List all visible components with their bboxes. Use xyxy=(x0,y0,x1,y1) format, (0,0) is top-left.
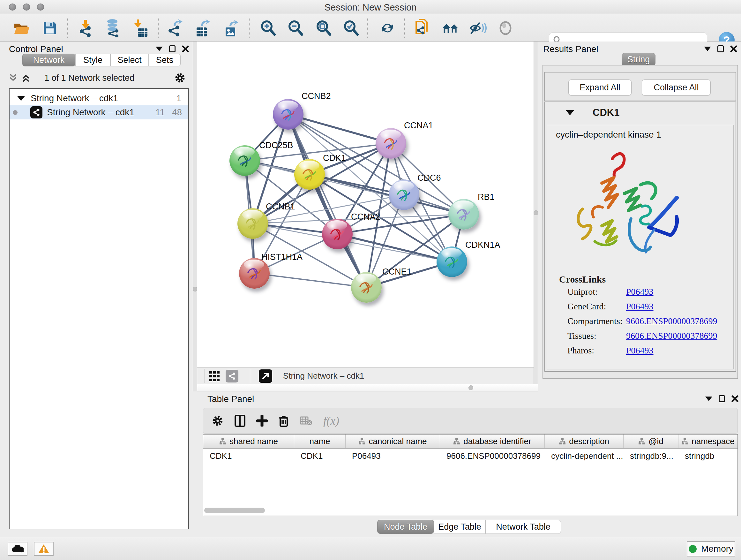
network-node-ccnb1[interactable] xyxy=(238,208,268,239)
table-cell[interactable]: cyclin-dependent ... xyxy=(545,449,623,462)
left-pane-splitter[interactable] xyxy=(193,42,197,391)
tab-select[interactable]: Select xyxy=(111,54,149,66)
network-selection-status: 1 of 1 Network selected xyxy=(4,73,174,83)
crosslink-link[interactable]: P06493 xyxy=(626,287,654,297)
import-network-from-database-button[interactable] xyxy=(105,20,122,37)
table-cell[interactable]: stringdb:9... xyxy=(623,449,678,462)
panel-collapse-icon[interactable] xyxy=(705,396,712,401)
table-row[interactable]: CDK1CDK1P064939606.ENSP00000378699cyclin… xyxy=(203,449,738,462)
export-network-button[interactable] xyxy=(167,20,185,37)
table-cell[interactable]: CDK1 xyxy=(294,449,346,462)
table-cell[interactable]: CDK1 xyxy=(203,449,294,462)
add-row-icon[interactable] xyxy=(256,415,268,427)
tab-edge-table[interactable]: Edge Table xyxy=(434,520,485,534)
section-collapse-icon[interactable] xyxy=(566,110,574,115)
panel-float-icon[interactable] xyxy=(169,45,176,52)
home-button[interactable] xyxy=(442,20,460,37)
splitter-handle[interactable] xyxy=(534,210,538,215)
refresh-icon xyxy=(379,20,396,37)
zoom-out-button[interactable] xyxy=(286,20,305,37)
panel-close-icon[interactable] xyxy=(731,395,738,402)
expand-all-button[interactable]: Expand All xyxy=(568,79,631,96)
delete-icon[interactable] xyxy=(279,415,289,427)
tab-network-table[interactable]: Network Table xyxy=(485,520,561,534)
column-header-database-identifier[interactable]: database identifier xyxy=(440,435,545,448)
export-table-button[interactable] xyxy=(194,20,212,37)
network-tree: String Network – cdk1 1 String Network –… xyxy=(9,88,189,530)
splitter-handle[interactable] xyxy=(193,287,198,292)
column-header-name[interactable]: name xyxy=(294,435,346,448)
column-header--id[interactable]: @id xyxy=(623,435,678,448)
network-canvas[interactable]: CCNB2CCNA1CDC25BCDK1CDC6RB1CCNB1CCNA2CDK… xyxy=(197,42,534,367)
crosslink-link[interactable]: P06493 xyxy=(626,346,654,356)
import-table-button[interactable] xyxy=(132,20,150,37)
column-header-description[interactable]: description xyxy=(545,435,623,448)
right-pane-splitter[interactable] xyxy=(534,42,538,391)
add-column-icon[interactable] xyxy=(234,415,246,427)
crosslink-link[interactable]: 9606.ENSP00000378699 xyxy=(626,331,717,341)
panel-float-icon[interactable] xyxy=(719,395,725,402)
tab-node-table[interactable]: Node Table xyxy=(377,520,434,534)
network-node-hist1h1a[interactable] xyxy=(239,258,270,289)
network-node-cdc25b[interactable] xyxy=(229,145,260,176)
panel-close-icon[interactable] xyxy=(182,45,189,52)
network-node-ccne1[interactable] xyxy=(351,272,382,303)
table-cell[interactable]: P06493 xyxy=(346,449,440,462)
tree-expand-icon[interactable] xyxy=(17,96,25,101)
tab-string[interactable]: String xyxy=(622,53,656,66)
zoom-fit-button[interactable] xyxy=(315,20,333,37)
warnings-button[interactable] xyxy=(34,542,54,556)
gear-icon[interactable] xyxy=(212,415,224,427)
tab-network[interactable]: Network xyxy=(22,54,75,66)
tab-style[interactable]: Style xyxy=(75,54,111,66)
export-image-button[interactable] xyxy=(223,20,241,37)
splitter-handle[interactable] xyxy=(468,385,473,390)
hide-selected-button[interactable] xyxy=(469,20,487,37)
clone-network-button[interactable] xyxy=(414,20,431,37)
cdk1-section-header[interactable]: CDK1 xyxy=(545,102,736,125)
network-view-icon[interactable] xyxy=(226,370,239,382)
preview-button[interactable] xyxy=(496,20,515,37)
column-header-namespace[interactable]: namespace xyxy=(678,435,738,448)
network-edge[interactable] xyxy=(254,273,366,287)
network-node-ccnb2[interactable] xyxy=(273,99,304,130)
zoom-in-button[interactable] xyxy=(259,20,277,37)
save-session-button[interactable] xyxy=(41,20,59,37)
column-header-shared-name[interactable]: shared name xyxy=(203,435,294,448)
table-cell[interactable]: stringdb xyxy=(678,449,738,462)
open-session-button[interactable] xyxy=(13,20,30,37)
network-node-rb1[interactable] xyxy=(448,199,479,230)
cloud-status-button[interactable] xyxy=(8,542,27,556)
crosslink-link[interactable]: 9606.ENSP00000378699 xyxy=(626,316,717,326)
panel-close-icon[interactable] xyxy=(730,45,737,52)
zoom-selected-button[interactable] xyxy=(342,20,360,37)
network-node-cdc6[interactable] xyxy=(389,179,419,210)
network-node-cdk1[interactable] xyxy=(294,159,325,190)
memory-button[interactable]: Memory xyxy=(687,541,735,557)
network-node-cdkn1a[interactable] xyxy=(436,246,467,277)
network-node-ccna1[interactable] xyxy=(376,128,406,159)
refresh-layout-button[interactable] xyxy=(379,20,396,37)
panel-float-icon[interactable] xyxy=(718,45,724,52)
protein-thumbnail-icon xyxy=(294,159,325,190)
network-node-ccna2[interactable] xyxy=(322,219,353,249)
import-network-button[interactable] xyxy=(77,20,95,37)
table-horizontal-scrollbar[interactable] xyxy=(204,508,265,513)
column-header-canonical-name[interactable]: canonical name xyxy=(346,435,440,448)
grid-view-icon[interactable] xyxy=(209,371,220,381)
panel-collapse-icon[interactable] xyxy=(156,47,163,51)
protein-thumbnail-icon xyxy=(238,208,268,239)
cdk1-details: cyclin–dependent kinase 1 xyxy=(547,125,734,369)
network-row[interactable]: String Network – cdk1 11 48 xyxy=(10,105,188,119)
panel-collapse-icon[interactable] xyxy=(704,47,711,51)
window-title: Session: New Session xyxy=(0,2,741,13)
open-in-new-window-icon[interactable] xyxy=(259,369,272,383)
table-cell[interactable]: 9606.ENSP00000378699 xyxy=(440,449,545,462)
crosslink-label: Pharos: xyxy=(567,346,594,355)
node-table[interactable]: shared namenamecanonical namedatabase id… xyxy=(203,434,738,516)
collapse-all-button[interactable]: Collapse All xyxy=(642,79,711,96)
tab-sets[interactable]: Sets xyxy=(149,54,181,66)
crosslink-link[interactable]: P06493 xyxy=(626,301,654,312)
gear-icon[interactable] xyxy=(174,72,186,84)
network-collection-row[interactable]: String Network – cdk1 1 xyxy=(10,91,188,105)
